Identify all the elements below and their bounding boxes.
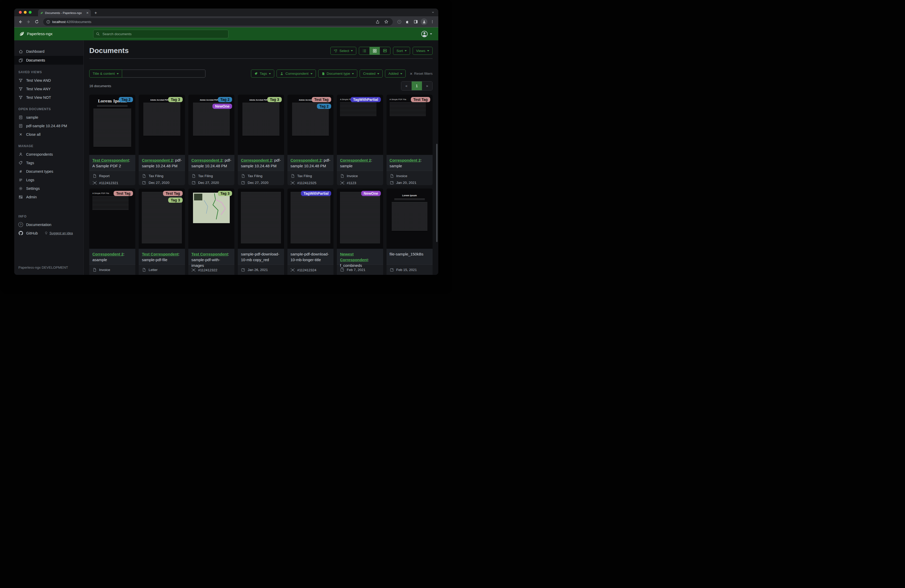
close-window-button[interactable] bbox=[19, 11, 22, 14]
correspondent-link[interactable]: Correspondent 2 bbox=[291, 158, 322, 162]
global-search[interactable] bbox=[93, 30, 229, 38]
select-button[interactable]: Select bbox=[330, 47, 357, 55]
document-thumbnail[interactable]: A Simple PDF File Test Tag bbox=[89, 189, 135, 249]
suggest-an-idea-link[interactable]: Suggest an idea bbox=[44, 231, 73, 235]
correspondent-link[interactable]: Newest Correspondent bbox=[340, 252, 368, 262]
correspondent-link[interactable]: Test Correspondent bbox=[92, 158, 129, 162]
site-info-icon[interactable] bbox=[46, 20, 50, 24]
document-thumbnail[interactable]: Adobe Acrobat PDF Files Tag 3 bbox=[139, 95, 185, 155]
created-filter-button[interactable]: Created bbox=[360, 70, 383, 78]
sidebar-item-close-all[interactable]: ✕ Close all bbox=[14, 130, 83, 139]
document-thumbnail[interactable]: Adobe Acrobat PDF Files Tag 3 bbox=[238, 95, 284, 155]
title-content-dropdown[interactable]: Title & content bbox=[89, 70, 122, 78]
document-thumbnail[interactable]: A Simple PDF File Test Tag bbox=[387, 95, 433, 155]
tag-badge[interactable]: Test Tag bbox=[411, 97, 430, 102]
added-filter-button[interactable]: Added bbox=[385, 70, 406, 78]
sidebar-item-documentation[interactable]: ? Documentation bbox=[14, 220, 83, 229]
extension-badge-icon[interactable] bbox=[396, 18, 403, 25]
tag-badge[interactable]: TagWithPartial bbox=[351, 97, 381, 102]
sidebar-item-test-view-and[interactable]: Test View AND bbox=[14, 76, 83, 84]
tag-badge[interactable]: Tag 3 bbox=[218, 191, 232, 196]
new-tab-button[interactable]: + bbox=[94, 9, 97, 16]
tag-badge[interactable]: Test Tag bbox=[312, 97, 332, 102]
document-meta: InvoiceJan 20, 2021 bbox=[89, 265, 135, 275]
detail-view-button[interactable] bbox=[380, 47, 390, 55]
page-next-button[interactable]: » bbox=[422, 81, 432, 90]
scrollbar-thumb[interactable] bbox=[436, 144, 438, 242]
minimize-window-button[interactable] bbox=[24, 11, 27, 14]
tag-badge[interactable]: NewOne bbox=[213, 104, 232, 109]
document-thumbnail[interactable]: Tag 3 bbox=[188, 189, 234, 249]
zoom-window-button[interactable] bbox=[29, 11, 32, 14]
back-icon[interactable] bbox=[17, 18, 24, 25]
tag-badge[interactable]: Test Tag bbox=[163, 191, 183, 196]
user-menu[interactable] bbox=[421, 30, 432, 38]
side-panel-icon[interactable] bbox=[413, 18, 419, 25]
reset-filters-button[interactable]: ✕Reset filters bbox=[410, 71, 433, 76]
tag-badge[interactable]: Tag 3 bbox=[168, 198, 183, 203]
document-thumbnail[interactable]: Adobe Acrobat PDF Files Test TagTag 2 bbox=[287, 95, 333, 155]
sidebar-item-test-view-not[interactable]: Test View NOT bbox=[14, 93, 83, 101]
list-view-button[interactable] bbox=[359, 47, 370, 55]
title-content-filter-input[interactable] bbox=[122, 70, 205, 78]
document-thumbnail[interactable]: Lorem Ipsum Tag 2 bbox=[89, 95, 135, 155]
forward-icon[interactable] bbox=[25, 18, 32, 25]
tag-badge[interactable]: Tag 2 bbox=[218, 97, 232, 102]
document-type-filter-button[interactable]: Document type bbox=[318, 70, 357, 78]
tab-close-icon[interactable]: ✕ bbox=[86, 11, 89, 15]
share-icon[interactable] bbox=[374, 18, 381, 25]
reload-icon[interactable] bbox=[33, 18, 40, 25]
extensions-puzzle-icon[interactable] bbox=[404, 18, 411, 25]
correspondent-link[interactable]: Correspondent 2 bbox=[142, 158, 173, 162]
document-thumbnail[interactable] bbox=[238, 189, 284, 249]
tags-filter-button[interactable]: Tags bbox=[251, 70, 275, 78]
page-prev-button[interactable]: « bbox=[401, 81, 411, 90]
url-bar[interactable]: localhost:4200/documents bbox=[43, 18, 393, 25]
sort-button[interactable]: Sort bbox=[393, 47, 410, 55]
browser-menu-kebab-icon[interactable] bbox=[429, 18, 436, 25]
tag-badge[interactable]: NewOne bbox=[361, 191, 381, 196]
views-button[interactable]: Views bbox=[413, 47, 433, 55]
document-thumbnail[interactable]: TagWithPartial bbox=[287, 189, 333, 249]
correspondent-link[interactable]: Correspondent 2 bbox=[92, 252, 124, 256]
document-thumbnail[interactable]: Test TagTag 3 bbox=[139, 189, 185, 249]
sidebar-item-github[interactable]: GitHub bbox=[26, 231, 38, 235]
tag-badge[interactable]: Tag 3 bbox=[168, 97, 183, 102]
sidebar-item-open-doc-pdf-sample[interactable]: pdf-sample 10.24.48 PM bbox=[14, 122, 83, 130]
search-input[interactable] bbox=[102, 32, 225, 36]
sidebar-item-document-types[interactable]: # Document types bbox=[14, 167, 83, 176]
correspondent-link[interactable]: Test Correspondent bbox=[191, 252, 228, 256]
browser-tab[interactable]: Documents - Paperless-ngx ✕ bbox=[38, 9, 91, 16]
correspondent-link[interactable]: Correspondent 2 bbox=[340, 158, 371, 162]
tag-badge[interactable]: TagWithPartial bbox=[301, 191, 331, 196]
sidebar-item-admin[interactable]: Admin bbox=[14, 193, 83, 201]
bookmark-star-icon[interactable] bbox=[383, 18, 390, 25]
tag-badge[interactable]: Tag 2 bbox=[119, 97, 133, 102]
document-thumbnail[interactable]: NewOne bbox=[337, 189, 383, 249]
sidebar-item-documents[interactable]: Documents bbox=[14, 56, 83, 65]
traffic-lights[interactable] bbox=[19, 11, 32, 14]
browser-profile-avatar[interactable] bbox=[421, 18, 427, 25]
sidebar-item-tags[interactable]: Tags bbox=[14, 158, 83, 167]
tag-badge[interactable]: Tag 2 bbox=[317, 104, 332, 109]
sidebar-item-logs[interactable]: Logs bbox=[14, 176, 83, 184]
page-current[interactable]: 1 bbox=[411, 81, 422, 90]
sidebar-item-settings[interactable]: Settings bbox=[14, 184, 83, 193]
correspondent-link[interactable]: Test Correspondent bbox=[142, 252, 178, 256]
sidebar-item-test-view-any[interactable]: Test View ANY bbox=[14, 84, 83, 93]
correspondent-link[interactable]: Correspondent 2 bbox=[191, 158, 222, 162]
document-thumbnail[interactable]: Lorem ipsum bbox=[387, 189, 433, 249]
sidebar-item-correspondents[interactable]: Correspondents bbox=[14, 150, 83, 158]
app-brand[interactable]: Paperless-ngx bbox=[14, 31, 52, 37]
correspondent-filter-button[interactable]: Correspondent bbox=[276, 70, 316, 78]
correspondent-link[interactable]: Correspondent 2 bbox=[390, 158, 421, 162]
tag-badge[interactable]: Tag 3 bbox=[267, 97, 282, 102]
tab-overview-chevron-icon[interactable] bbox=[431, 11, 435, 14]
sidebar-item-open-doc-sample[interactable]: sample bbox=[14, 113, 83, 122]
tag-badge[interactable]: Test Tag bbox=[114, 191, 133, 196]
document-thumbnail[interactable]: A Simple PDF File TagWithPartial bbox=[337, 95, 383, 155]
document-thumbnail[interactable]: Adobe Acrobat PDF Files Tag 2NewOne bbox=[188, 95, 234, 155]
sidebar-item-dashboard[interactable]: Dashboard bbox=[14, 47, 83, 56]
grid-view-button[interactable] bbox=[370, 47, 380, 55]
correspondent-link[interactable]: Correspondent 2 bbox=[241, 158, 272, 162]
